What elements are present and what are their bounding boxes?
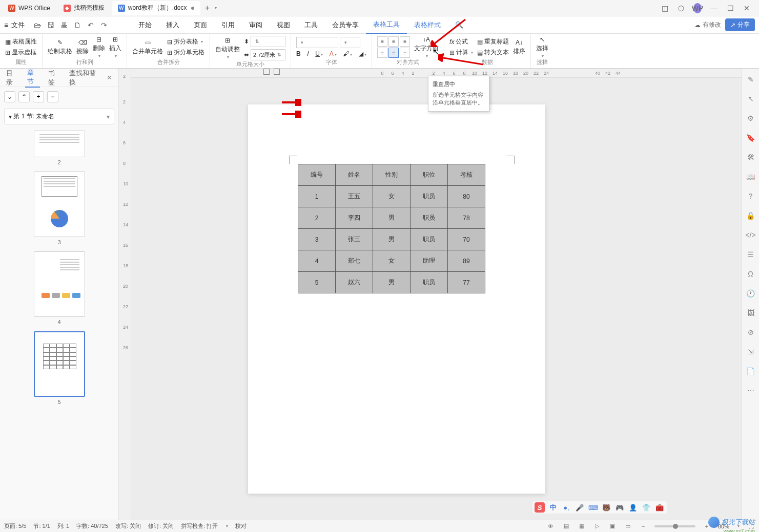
split-cells-button[interactable]: ⊞ 拆分单元格 [167,48,204,57]
table-cell[interactable]: 77 [448,272,485,293]
font-color-button[interactable]: A▾ [330,50,337,57]
thumb-page-5[interactable] [34,331,85,397]
auto-adjust-button[interactable]: ⊞自动调整▾ [215,37,240,59]
font-size-select[interactable]: ▾ [340,37,360,48]
collapse-down-button[interactable]: ⌄ [4,91,15,102]
nav-tab-find[interactable]: 查找和替换 [67,69,98,87]
table-header[interactable]: 姓名 [336,164,373,186]
table-cell[interactable]: 职员 [411,272,448,293]
repeat-header-button[interactable]: ▤ 重复标题 [477,37,509,46]
more-icon[interactable]: ⋯ [746,386,755,395]
add-section-button[interactable]: + [33,91,44,102]
align-middle-center[interactable]: ≡ [388,48,399,58]
status-words[interactable]: 字数: 40/725 [76,522,108,530]
modify-badge[interactable]: ☁ 有修改 [694,20,721,29]
ime-sogou-icon[interactable]: S [535,502,545,513]
avatar[interactable]: WP [693,3,702,13]
align-top-center[interactable]: ≡ [388,36,399,47]
outline-view-icon[interactable]: ▭ [624,523,632,529]
ime-skin-icon[interactable]: 👕 [641,502,651,513]
tab-wps-home[interactable]: W WPS Office [2,1,56,15]
table-cell[interactable]: 赵六 [336,272,373,293]
nav-tab-chapters[interactable]: 章节 [25,68,40,88]
table-header[interactable]: 职位 [411,164,448,186]
menu-start[interactable]: 开始 [131,16,159,34]
ime-toolbox-icon[interactable]: 🧰 [654,502,665,513]
print-preview-icon[interactable]: 🗋 [73,20,82,30]
nav-tab-bookmarks[interactable]: 书签 [46,69,61,87]
status-spell[interactable]: 拼写检查: 打开 [181,522,218,530]
status-track[interactable]: 修订: 关闭 [148,522,174,530]
table-header[interactable]: 性别 [373,164,411,186]
tools-icon[interactable]: 🛠 [746,153,755,162]
lock-icon[interactable]: 🔒 [746,211,755,220]
cancel-icon[interactable]: ⊘ [746,328,755,337]
zoom-out-button[interactable]: − [639,523,647,529]
erase-button[interactable]: ⌫擦除 [76,39,89,56]
font-name-select[interactable]: ▾ [296,37,338,48]
ime-gamepad-icon[interactable]: 🎮 [614,502,625,513]
remove-section-button[interactable]: − [47,91,58,102]
ime-bear-icon[interactable]: 🐻 [601,502,611,513]
document-area[interactable]: 86 42 2 46 810 1214 1618 2022 24 404244 … [131,69,742,520]
reading-icon[interactable]: ▣ [608,523,617,529]
print-icon[interactable]: 🖶 [59,20,69,30]
sort-button[interactable]: A↓排序 [513,39,525,56]
select-button[interactable]: ↖选择▾ [536,36,548,58]
open-icon[interactable]: 🗁 [33,20,42,30]
menu-review[interactable]: 审阅 [242,16,270,34]
align-top-left[interactable]: ≡ [377,36,387,47]
table-cell[interactable]: 女 [373,250,411,272]
omega-icon[interactable]: Ω [746,269,755,279]
nav-tab-toc[interactable]: 目录 [4,69,19,87]
save-icon[interactable]: 🖫 [46,20,55,30]
highlight-button[interactable]: 🖌▾ [343,50,352,57]
table-cell[interactable]: 男 [373,229,411,250]
status-column[interactable]: 列: 1 [57,522,69,530]
close-button[interactable]: ✕ [743,4,751,12]
menu-view[interactable]: 视图 [270,16,297,34]
code-icon[interactable]: </> [746,230,755,240]
menu-tools[interactable]: 工具 [297,16,325,34]
show-frame-button[interactable]: ⊞ 显示虚框 [5,48,37,57]
page-layout-icon[interactable]: ▤ [562,523,570,529]
document-page[interactable] [248,104,545,494]
table-cell[interactable]: 郑七 [336,250,373,272]
height-input[interactable]: ⇅ [251,36,285,47]
table-cell[interactable]: 3 [298,229,336,250]
thumb-page-2[interactable] [34,131,85,157]
align-middle-right[interactable]: ≡ [400,48,410,58]
thumb-page-4[interactable] [34,251,85,317]
help-icon[interactable]: ? [746,191,755,201]
web-layout-icon[interactable]: ▦ [578,523,586,529]
close-panel-icon[interactable]: ✕ [105,74,114,81]
ime-keyboard-icon[interactable]: ⌨ [588,502,598,513]
eye-icon[interactable]: 👁 [547,523,555,529]
cube-icon[interactable]: ⬡ [677,4,685,12]
underline-button[interactable]: U▾ [315,50,323,57]
menu-page[interactable]: 页面 [187,16,214,34]
new-tab-button[interactable]: + [201,4,214,13]
ime-mic-icon[interactable]: 🎤 [575,502,585,513]
table-cell[interactable]: 4 [298,250,336,272]
tab-dropdown[interactable]: ▾ [215,6,217,10]
outline-icon[interactable]: ☰ [746,250,755,259]
table-cell[interactable]: 男 [373,207,411,229]
thumb-page-3[interactable] [34,172,85,237]
table-cell[interactable]: 职员 [411,229,448,250]
width-input[interactable]: 2.72厘米⇅ [251,49,285,60]
table-cell[interactable]: 助理 [411,250,448,272]
table-header[interactable]: 考核 [448,164,485,186]
align-top-right[interactable]: ≡ [400,36,410,47]
maximize-button[interactable]: ☐ [726,4,734,12]
clock-icon[interactable]: 🕐 [746,289,755,298]
menu-icon[interactable]: ≡ [4,21,8,29]
merge-cells-button[interactable]: ▭合并单元格 [132,39,163,56]
play-icon[interactable]: ▷ [593,523,601,529]
status-proof[interactable]: 校对 [235,522,247,530]
ime-lang-icon[interactable]: 中 [548,502,558,513]
select-icon[interactable]: ↖ [746,94,755,103]
status-rewrite[interactable]: 改写: 关闭 [115,522,141,530]
menu-insert[interactable]: 插入 [159,16,187,34]
minimize-button[interactable]: — [710,4,718,12]
